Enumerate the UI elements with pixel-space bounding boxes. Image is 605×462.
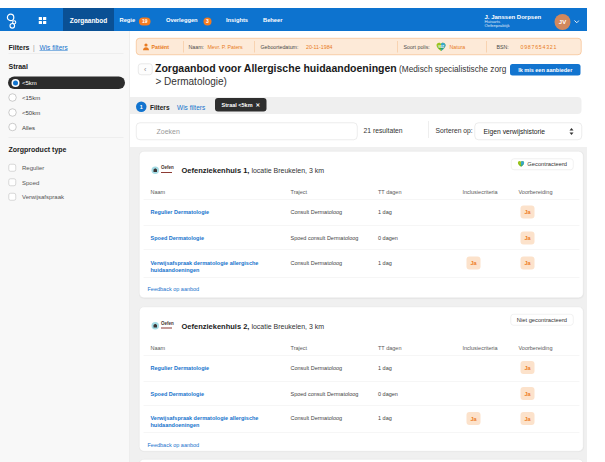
svg-text:VGZ: VGZ — [438, 45, 444, 49]
